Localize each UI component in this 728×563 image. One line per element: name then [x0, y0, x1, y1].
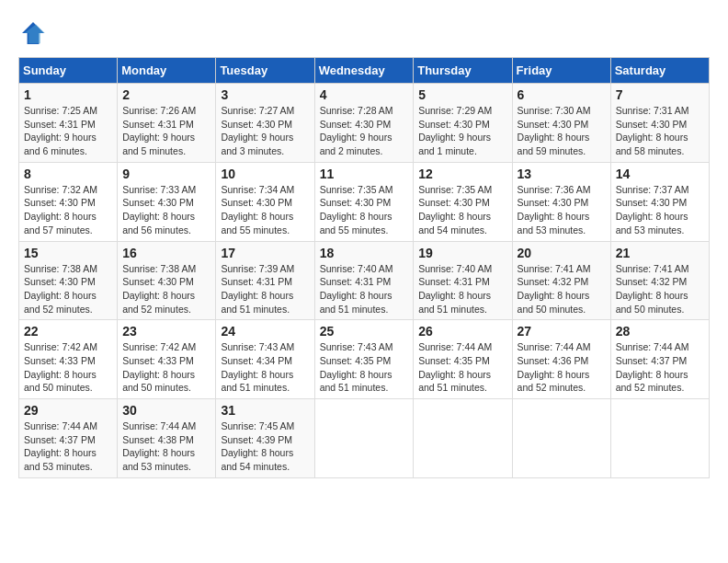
day-number: 29: [24, 403, 112, 418]
day-number: 18: [320, 246, 409, 260]
calendar-day-cell: 29Sunrise: 7:44 AM Sunset: 4:37 PM Dayli…: [19, 399, 118, 478]
calendar-header-row: SundayMondayTuesdayWednesdayThursdayFrid…: [19, 58, 710, 84]
day-number: 14: [616, 167, 704, 181]
calendar-day-cell: 14Sunrise: 7:37 AM Sunset: 4:30 PM Dayli…: [610, 162, 709, 241]
day-number: 2: [122, 87, 210, 102]
calendar-day-cell: 9Sunrise: 7:33 AM Sunset: 4:30 PM Daylig…: [118, 162, 216, 241]
day-info: Sunrise: 7:39 AM Sunset: 4:31 PM Dayligh…: [221, 262, 309, 316]
calendar-day-cell: 24Sunrise: 7:43 AM Sunset: 4:34 PM Dayli…: [216, 320, 314, 399]
calendar-day-cell: 31Sunrise: 7:45 AM Sunset: 4:39 PM Dayli…: [216, 399, 314, 478]
day-info: Sunrise: 7:30 AM Sunset: 4:30 PM Dayligh…: [518, 104, 606, 158]
calendar-day-cell: 30Sunrise: 7:44 AM Sunset: 4:38 PM Dayli…: [118, 399, 216, 478]
day-info: Sunrise: 7:44 AM Sunset: 4:38 PM Dayligh…: [122, 419, 210, 474]
day-info: Sunrise: 7:44 AM Sunset: 4:36 PM Dayligh…: [518, 340, 606, 395]
day-number: 10: [221, 167, 309, 181]
calendar-day-cell: 17Sunrise: 7:39 AM Sunset: 4:31 PM Dayli…: [216, 241, 314, 320]
day-info: Sunrise: 7:42 AM Sunset: 4:33 PM Dayligh…: [24, 340, 112, 395]
day-info: Sunrise: 7:43 AM Sunset: 4:35 PM Dayligh…: [320, 340, 409, 395]
day-info: Sunrise: 7:35 AM Sunset: 4:30 PM Dayligh…: [320, 183, 409, 237]
day-number: 5: [418, 87, 506, 102]
calendar-day-header: Friday: [512, 58, 610, 84]
day-info: Sunrise: 7:38 AM Sunset: 4:30 PM Dayligh…: [122, 262, 210, 316]
day-number: 30: [122, 403, 210, 418]
calendar-day-cell: 23Sunrise: 7:42 AM Sunset: 4:33 PM Dayli…: [118, 320, 216, 399]
day-info: Sunrise: 7:40 AM Sunset: 4:31 PM Dayligh…: [320, 262, 409, 316]
calendar-day-cell: 2Sunrise: 7:26 AM Sunset: 4:31 PM Daylig…: [118, 84, 216, 163]
calendar-day-header: Sunday: [19, 58, 118, 84]
day-number: 12: [418, 167, 506, 181]
calendar-day-cell: 7Sunrise: 7:31 AM Sunset: 4:30 PM Daylig…: [610, 84, 709, 163]
calendar-day-header: Tuesday: [216, 58, 314, 84]
calendar-week-row: 8Sunrise: 7:32 AM Sunset: 4:30 PM Daylig…: [19, 162, 710, 241]
day-number: 1: [24, 87, 112, 102]
calendar-day-cell: 19Sunrise: 7:40 AM Sunset: 4:31 PM Dayli…: [414, 241, 512, 320]
day-number: 28: [616, 324, 704, 339]
day-info: Sunrise: 7:35 AM Sunset: 4:30 PM Dayligh…: [418, 183, 506, 237]
day-number: 7: [616, 87, 704, 102]
calendar-day-cell: 1Sunrise: 7:25 AM Sunset: 4:31 PM Daylig…: [19, 84, 118, 163]
calendar-week-row: 1Sunrise: 7:25 AM Sunset: 4:31 PM Daylig…: [19, 84, 710, 163]
day-info: Sunrise: 7:41 AM Sunset: 4:32 PM Dayligh…: [616, 262, 704, 316]
logo: [18, 18, 51, 48]
day-number: 31: [221, 403, 309, 418]
day-number: 15: [24, 246, 112, 260]
day-number: 4: [320, 87, 409, 102]
day-number: 6: [518, 87, 606, 102]
day-info: Sunrise: 7:40 AM Sunset: 4:31 PM Dayligh…: [418, 262, 506, 316]
calendar-day-cell: 25Sunrise: 7:43 AM Sunset: 4:35 PM Dayli…: [314, 320, 414, 399]
day-info: Sunrise: 7:33 AM Sunset: 4:30 PM Dayligh…: [122, 183, 210, 237]
day-info: Sunrise: 7:41 AM Sunset: 4:32 PM Dayligh…: [518, 262, 606, 316]
calendar-table: SundayMondayTuesdayWednesdayThursdayFrid…: [18, 57, 710, 478]
day-info: Sunrise: 7:28 AM Sunset: 4:30 PM Dayligh…: [320, 104, 409, 158]
calendar-week-row: 15Sunrise: 7:38 AM Sunset: 4:30 PM Dayli…: [19, 241, 710, 320]
day-number: 9: [122, 167, 210, 181]
day-number: 27: [518, 324, 606, 339]
day-number: 20: [518, 246, 606, 260]
day-number: 24: [221, 324, 309, 339]
calendar-day-cell: 21Sunrise: 7:41 AM Sunset: 4:32 PM Dayli…: [610, 241, 709, 320]
calendar-day-cell: 26Sunrise: 7:44 AM Sunset: 4:35 PM Dayli…: [414, 320, 512, 399]
day-info: Sunrise: 7:44 AM Sunset: 4:35 PM Dayligh…: [418, 340, 506, 395]
calendar-day-cell: 20Sunrise: 7:41 AM Sunset: 4:32 PM Dayli…: [512, 241, 610, 320]
logo-icon: [18, 18, 48, 48]
day-info: Sunrise: 7:34 AM Sunset: 4:30 PM Dayligh…: [221, 183, 309, 237]
day-number: 13: [518, 167, 606, 181]
day-info: Sunrise: 7:36 AM Sunset: 4:30 PM Dayligh…: [518, 183, 606, 237]
day-number: 8: [24, 167, 112, 181]
day-info: Sunrise: 7:26 AM Sunset: 4:31 PM Dayligh…: [122, 104, 210, 158]
day-number: 17: [221, 246, 309, 260]
calendar-day-cell: 4Sunrise: 7:28 AM Sunset: 4:30 PM Daylig…: [314, 84, 414, 163]
day-info: Sunrise: 7:44 AM Sunset: 4:37 PM Dayligh…: [24, 419, 112, 474]
calendar-day-header: Wednesday: [314, 58, 414, 84]
day-info: Sunrise: 7:37 AM Sunset: 4:30 PM Dayligh…: [616, 183, 704, 237]
calendar-day-cell: 10Sunrise: 7:34 AM Sunset: 4:30 PM Dayli…: [216, 162, 314, 241]
page-header: [18, 18, 710, 48]
calendar-day-cell: 15Sunrise: 7:38 AM Sunset: 4:30 PM Dayli…: [19, 241, 118, 320]
calendar-day-cell: 28Sunrise: 7:44 AM Sunset: 4:37 PM Dayli…: [610, 320, 709, 399]
day-number: 23: [122, 324, 210, 339]
day-info: Sunrise: 7:32 AM Sunset: 4:30 PM Dayligh…: [24, 183, 112, 237]
calendar-day-cell: 12Sunrise: 7:35 AM Sunset: 4:30 PM Dayli…: [414, 162, 512, 241]
day-number: 25: [320, 324, 409, 339]
calendar-day-header: Thursday: [414, 58, 512, 84]
day-number: 22: [24, 324, 112, 339]
calendar-day-cell: [414, 399, 512, 478]
calendar-day-header: Monday: [118, 58, 216, 84]
day-info: Sunrise: 7:31 AM Sunset: 4:30 PM Dayligh…: [616, 104, 704, 158]
day-info: Sunrise: 7:44 AM Sunset: 4:37 PM Dayligh…: [616, 340, 704, 395]
calendar-day-cell: 22Sunrise: 7:42 AM Sunset: 4:33 PM Dayli…: [19, 320, 118, 399]
calendar-week-row: 29Sunrise: 7:44 AM Sunset: 4:37 PM Dayli…: [19, 399, 710, 478]
day-number: 19: [418, 246, 506, 260]
day-info: Sunrise: 7:43 AM Sunset: 4:34 PM Dayligh…: [221, 340, 309, 395]
calendar-day-cell: 11Sunrise: 7:35 AM Sunset: 4:30 PM Dayli…: [314, 162, 414, 241]
calendar-day-cell: 3Sunrise: 7:27 AM Sunset: 4:30 PM Daylig…: [216, 84, 314, 163]
calendar-day-cell: 6Sunrise: 7:30 AM Sunset: 4:30 PM Daylig…: [512, 84, 610, 163]
day-info: Sunrise: 7:27 AM Sunset: 4:30 PM Dayligh…: [221, 104, 309, 158]
calendar-day-cell: 13Sunrise: 7:36 AM Sunset: 4:30 PM Dayli…: [512, 162, 610, 241]
calendar-day-cell: 18Sunrise: 7:40 AM Sunset: 4:31 PM Dayli…: [314, 241, 414, 320]
day-number: 26: [418, 324, 506, 339]
calendar-day-cell: 8Sunrise: 7:32 AM Sunset: 4:30 PM Daylig…: [19, 162, 118, 241]
calendar-day-cell: [512, 399, 610, 478]
calendar-day-cell: [314, 399, 414, 478]
day-info: Sunrise: 7:42 AM Sunset: 4:33 PM Dayligh…: [122, 340, 210, 395]
